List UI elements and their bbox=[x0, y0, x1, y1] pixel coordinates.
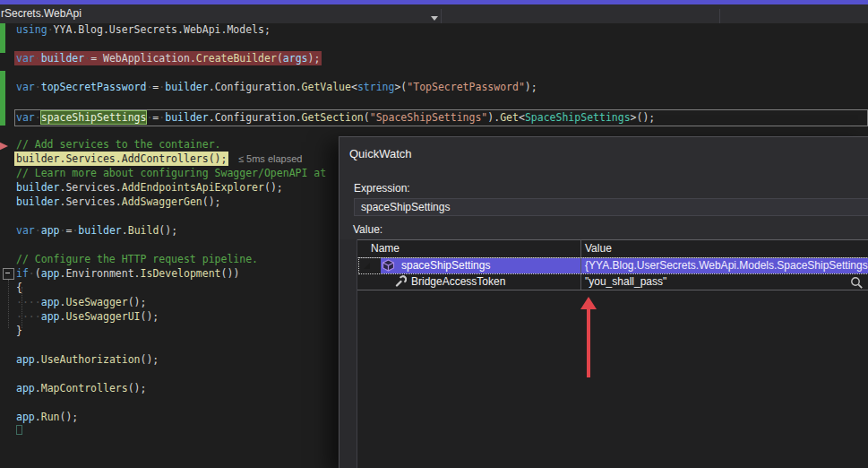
code-token: · bbox=[29, 267, 35, 280]
code-token: builder bbox=[165, 111, 208, 124]
code-token: .Services. bbox=[59, 195, 121, 208]
code-line[interactable]: { bbox=[16, 281, 22, 295]
code-token: args bbox=[283, 52, 308, 65]
code-token: ···· bbox=[16, 310, 41, 323]
code-line[interactable]: ····app.UseSwagger(); bbox=[16, 295, 146, 309]
wrench-property-icon bbox=[394, 275, 407, 288]
code-line[interactable]: // Add services to the container. bbox=[16, 137, 220, 152]
code-token: SpaceShipSettings bbox=[525, 111, 631, 124]
code-fold-toggle[interactable] bbox=[3, 268, 14, 280]
value-label: Value: bbox=[353, 223, 382, 236]
table-border bbox=[357, 290, 868, 290]
code-line[interactable]: using·YYA.Blog.UserSecrets.WebApi.Models… bbox=[16, 22, 271, 37]
project-dropdown[interactable]: rSecrets.WebApi bbox=[1, 7, 82, 20]
code-token: .Services. bbox=[59, 181, 121, 194]
code-token: using bbox=[16, 23, 47, 36]
code-token: . bbox=[35, 353, 41, 366]
code-line[interactable]: var·builder·=·WebApplication.CreateBuild… bbox=[16, 51, 322, 65]
code-token: { bbox=[16, 282, 22, 294]
code-token: (); bbox=[141, 353, 159, 366]
code-token: (); bbox=[264, 181, 283, 194]
code-line[interactable]: app.Run(); bbox=[16, 410, 78, 424]
code-token: var bbox=[16, 111, 35, 124]
code-token: app bbox=[16, 411, 35, 423]
code-line[interactable]: app.UseAuthorization(); bbox=[16, 352, 159, 367]
code-token: app bbox=[16, 353, 35, 366]
watch-table: Name Value spaceShipSettings {YYA.Blog.U… bbox=[339, 239, 868, 468]
outline-guide bbox=[8, 280, 9, 328]
code-token: AddEndpointsApiExplorer bbox=[122, 181, 264, 194]
code-token: ()) bbox=[221, 267, 240, 280]
code-token: UseAuthorization bbox=[41, 353, 141, 366]
code-token: . bbox=[35, 382, 41, 394]
code-token: app bbox=[16, 382, 35, 394]
code-token: Get bbox=[500, 111, 519, 124]
code-line[interactable]: builder.Services.AddEndpointsApiExplorer… bbox=[16, 180, 283, 195]
class-cube-icon bbox=[382, 259, 395, 272]
code-line[interactable]: var·app·=·builder.Build(); bbox=[16, 223, 177, 238]
expression-input[interactable] bbox=[354, 198, 868, 216]
table-row[interactable]: spaceShipSettings bbox=[401, 259, 490, 272]
code-token: < bbox=[519, 111, 525, 124]
code-token: CreateBuilder bbox=[196, 52, 277, 65]
code-token: UseSwaggerUI bbox=[65, 310, 140, 323]
caret-box bbox=[16, 425, 22, 435]
code-token: · bbox=[97, 52, 103, 65]
code-token: app bbox=[41, 296, 60, 308]
code-line[interactable]: builder.Services.AddControllers(); bbox=[16, 152, 228, 166]
code-token: var bbox=[16, 81, 35, 93]
code-line[interactable]: ····app.UseSwaggerUI(); bbox=[16, 309, 159, 324]
chevron-down-icon[interactable] bbox=[431, 16, 438, 21]
code-line[interactable]: builder.Services.AddSwaggerGen(); bbox=[16, 195, 221, 209]
table-body: Name Value spaceShipSettings {YYA.Blog.U… bbox=[357, 239, 868, 468]
code-token: · bbox=[35, 52, 41, 65]
code-token: ( bbox=[35, 267, 41, 280]
annotation-arrow-icon bbox=[580, 297, 597, 309]
column-header-value[interactable]: Value bbox=[585, 242, 612, 255]
code-token: WebApplication. bbox=[103, 52, 196, 65]
dialog-title[interactable]: QuickWatch bbox=[349, 147, 412, 160]
code-line[interactable]: if·(app.Environment.IsDevelopment()) bbox=[16, 266, 239, 281]
code-token: ( bbox=[364, 111, 370, 124]
column-header-name[interactable]: Name bbox=[371, 242, 400, 255]
row-value[interactable]: {YYA.Blog.UserSecrets.WebApi.Models.Spac… bbox=[585, 259, 868, 272]
code-token: topSecretPassword bbox=[41, 81, 147, 93]
table-row[interactable]: BridgeAccessToken bbox=[411, 275, 505, 288]
code-token: (); bbox=[202, 195, 221, 208]
changed-lines-bar bbox=[0, 71, 5, 126]
code-token: AddControllers bbox=[122, 152, 209, 165]
current-line-arrow-icon bbox=[0, 140, 8, 152]
code-token: builder bbox=[41, 52, 84, 65]
code-line[interactable]: // Configure the HTTP request pipeline. bbox=[16, 252, 258, 266]
code-token: GetValue bbox=[302, 81, 351, 93]
code-line[interactable]: app.MapControllers(); bbox=[16, 381, 146, 395]
code-token: .Services. bbox=[59, 152, 121, 165]
quickwatch-dialog: QuickWatch Expression: Value: Name Value bbox=[339, 136, 868, 468]
code-token: (); bbox=[209, 152, 228, 165]
code-token: builder bbox=[16, 195, 59, 208]
code-token: (); bbox=[159, 224, 177, 237]
code-token: builder bbox=[16, 181, 59, 194]
code-token: builder bbox=[78, 224, 121, 237]
code-token: var bbox=[16, 224, 35, 237]
code-token: (); bbox=[128, 382, 147, 394]
column-divider[interactable] bbox=[580, 239, 581, 290]
editor-navigation-bar: rSecrets.WebApi bbox=[0, 4, 868, 23]
code-line[interactable]: // Learn more about configuring Swagger/… bbox=[16, 166, 326, 180]
code-token: "TopSecretPassword" bbox=[407, 81, 525, 93]
code-line[interactable]: var·spaceShipSettings·=·builder.Configur… bbox=[16, 110, 655, 125]
code-line[interactable]: var·topSecretPassword·=·builder.Configur… bbox=[16, 80, 537, 94]
expander-expanded-icon[interactable] bbox=[364, 263, 370, 269]
code-token: ); bbox=[308, 52, 321, 65]
code-token: ); bbox=[525, 81, 537, 93]
code-line[interactable]: } bbox=[16, 324, 22, 338]
code-token: Build bbox=[128, 224, 159, 237]
table-header: Name Value bbox=[357, 240, 868, 257]
row-value[interactable]: "you_shall_pass" bbox=[585, 275, 666, 288]
code-token: MapControllers bbox=[41, 382, 128, 394]
table-gutter bbox=[339, 239, 357, 468]
perf-tip[interactable]: ≤ 5ms elapsed bbox=[238, 153, 302, 164]
code-token: · bbox=[47, 23, 54, 36]
code-token: builder bbox=[165, 81, 208, 93]
magnifier-icon[interactable] bbox=[850, 276, 864, 290]
